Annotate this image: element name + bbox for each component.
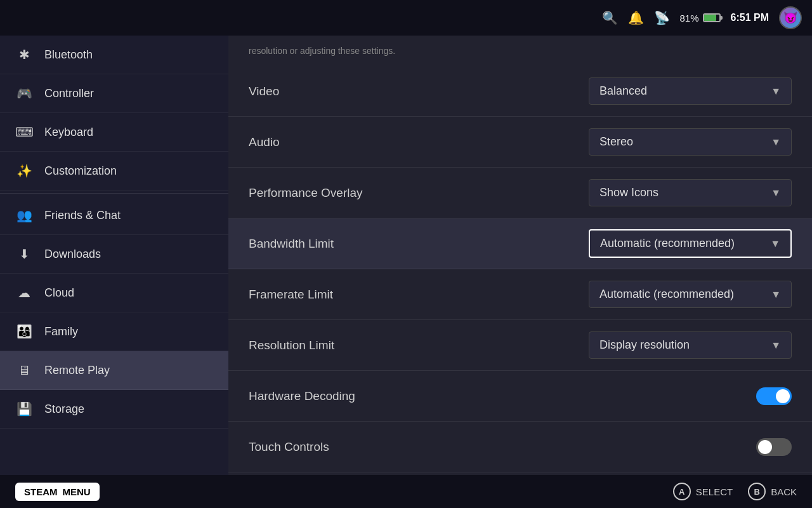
downloads-icon: ⬇ [15,245,33,263]
framerate-limit-dropdown-arrow: ▼ [771,289,781,300]
setting-row-performance-overlay: Performance Overlay Show Icons ▼ [228,168,812,218]
family-icon: 👨‍👩‍👦 [15,323,33,340]
sidebar-item-downloads[interactable]: ⬇ Downloads [0,235,228,274]
sidebar-divider-1 [0,193,228,194]
audio-value: Stereo [599,135,633,149]
battery-bar-icon [703,13,721,22]
battery-percent: 81% [680,13,699,23]
framerate-limit-label: Framerate Limit [249,288,333,302]
clock: 6:51 PM [731,12,769,23]
sidebar-item-cloud[interactable]: ☁ Cloud [0,274,228,312]
performance-overlay-dropdown-arrow: ▼ [771,187,781,199]
setting-row-bandwidth-limit: Bandwidth Limit Automatic (recommended) … [228,218,812,269]
setting-row-framerate-limit: Framerate Limit Automatic (recommended) … [228,269,812,320]
audio-label: Audio [249,135,280,149]
bottombar: STEAM MENU A SELECT B BACK [0,475,812,508]
layout: ✱ Bluetooth 🎮 Controller ⌨ Keyboard ✨ Cu… [0,36,812,475]
performance-overlay-dropdown[interactable]: Show Icons ▼ [589,179,792,206]
touch-controls-knob [758,440,772,454]
audio-dropdown[interactable]: Stereo ▼ [589,128,792,156]
customization-icon: ✨ [15,162,33,180]
steam-label: STEAM [24,486,58,497]
video-dropdown-arrow: ▼ [771,86,781,97]
controller-icon: 🎮 [15,84,33,102]
setting-row-hardware-decoding: Hardware Decoding [228,371,812,422]
video-label: Video [249,84,279,98]
cloud-icon: ☁ [15,284,33,302]
bandwidth-limit-value: Automatic (recommended) [600,237,735,250]
back-action[interactable]: B BACK [748,483,797,500]
bandwidth-limit-label: Bandwidth Limit [249,237,334,251]
resolution-limit-value: Display resolution [599,338,690,352]
select-btn-circle: A [673,483,691,500]
sidebar-item-remote-play[interactable]: 🖥 Remote Play [0,351,228,390]
topbar: 🔍 🔔 📡 81% 6:51 PM 😈 [0,0,812,36]
battery-indicator: 81% [680,13,721,23]
friends-icon: 👥 [15,206,33,224]
notification-icon[interactable]: 🔔 [628,10,644,25]
resolution-limit-label: Resolution Limit [249,338,334,352]
main-content: resolution or adjusting these settings. … [228,36,812,475]
avatar-emoji: 😈 [783,11,797,25]
storage-icon: 💾 [15,400,33,418]
steam-menu-button[interactable]: STEAM MENU [15,483,100,501]
sidebar-item-keyboard[interactable]: ⌨ Keyboard [0,113,228,152]
select-label: SELECT [696,486,733,497]
sidebar-item-bluetooth[interactable]: ✱ Bluetooth [0,36,228,74]
sidebar: ✱ Bluetooth 🎮 Controller ⌨ Keyboard ✨ Cu… [0,36,228,475]
video-dropdown[interactable]: Balanced ▼ [589,77,792,105]
touch-controls-toggle[interactable] [756,438,792,456]
performance-overlay-value: Show Icons [599,186,658,199]
keyboard-icon: ⌨ [15,123,33,141]
resolution-limit-dropdown[interactable]: Display resolution ▼ [589,331,792,359]
settings-description: resolution or adjusting these settings. [228,36,812,66]
bluetooth-icon: ✱ [15,46,33,64]
remote-play-icon: 🖥 [15,361,33,379]
performance-overlay-label: Performance Overlay [249,186,363,200]
framerate-limit-dropdown[interactable]: Automatic (recommended) ▼ [589,281,792,308]
setting-row-touch-controls: Touch Controls [228,422,812,472]
menu-label: MENU [63,486,91,497]
sidebar-item-customization[interactable]: ✨ Customization [0,152,228,190]
sidebar-item-friends-chat[interactable]: 👥 Friends & Chat [0,196,228,235]
framerate-limit-value: Automatic (recommended) [599,288,734,301]
avatar[interactable]: 😈 [779,6,802,29]
setting-row-video: Video Balanced ▼ [228,66,812,117]
sidebar-item-controller[interactable]: 🎮 Controller [0,74,228,113]
hardware-decoding-toggle[interactable] [756,387,792,405]
hardware-decoding-label: Hardware Decoding [249,389,355,403]
touch-controls-label: Touch Controls [249,440,329,454]
resolution-limit-dropdown-arrow: ▼ [771,340,781,351]
select-action[interactable]: A SELECT [673,483,733,500]
back-btn-circle: B [748,483,766,500]
sidebar-item-storage[interactable]: 💾 Storage [0,390,228,429]
bottom-actions: A SELECT B BACK [673,483,797,500]
back-label: BACK [771,486,797,497]
video-value: Balanced [599,84,647,98]
audio-dropdown-arrow: ▼ [771,137,781,148]
sidebar-item-family[interactable]: 👨‍👩‍👦 Family [0,312,228,351]
search-icon[interactable]: 🔍 [602,10,618,25]
hardware-decoding-knob [776,389,790,403]
wifi-icon: 📡 [654,10,670,25]
setting-row-audio: Audio Stereo ▼ [228,117,812,168]
bandwidth-limit-dropdown-arrow: ▼ [770,238,780,250]
setting-row-resolution-limit: Resolution Limit Display resolution ▼ [228,320,812,371]
bandwidth-limit-dropdown[interactable]: Automatic (recommended) ▼ [589,229,792,258]
